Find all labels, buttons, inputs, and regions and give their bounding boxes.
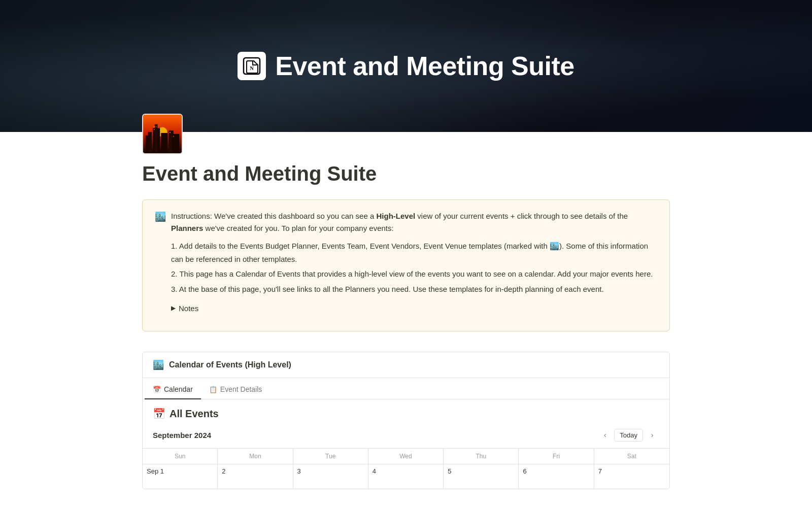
calendar-section: 🏙️ Calendar of Events (High Level) 📅 Cal… (142, 352, 670, 489)
calendar-header-bar: 🏙️ Calendar of Events (High Level) (143, 352, 669, 378)
callout-intro: Instructions: We've created this dashboa… (171, 212, 376, 220)
event-details-tab-icon: 📋 (209, 386, 217, 393)
callout-bold-highlevel: High-Level (376, 212, 415, 220)
callout-bold-planners: Planners (171, 224, 203, 232)
notes-toggle[interactable]: ▶ Notes (171, 302, 657, 315)
all-events-label: All Events (170, 408, 219, 420)
all-events-header: 📅 All Events (143, 399, 669, 424)
svg-text:N: N (250, 65, 254, 71)
hero-title: Event and Meeting Suite (275, 51, 574, 81)
weekday-tue: Tue (293, 449, 368, 464)
chevron-right-icon: ▶ (171, 303, 176, 313)
callout-list: 1. Add details to the Events Budget Plan… (171, 240, 657, 295)
hero-title-container: N Event and Meeting Suite (238, 51, 574, 81)
cal-day-sep6[interactable]: 6 (519, 464, 594, 489)
month-nav-controls: ‹ Today › (598, 428, 659, 442)
notes-label: Notes (179, 302, 198, 315)
tabs-row: 📅 Calendar 📋 Event Details (143, 380, 669, 399)
cal-day-sep2[interactable]: 2 (218, 464, 293, 489)
calendar-tab-icon: 📅 (153, 386, 161, 393)
page-title: Event and Meeting Suite (142, 162, 670, 185)
svg-rect-13 (154, 129, 155, 130)
svg-rect-15 (173, 136, 174, 137)
callout-list-item: 1. Add details to the Events Budget Plan… (171, 240, 657, 265)
cal-day-sep1[interactable]: Sep 1 (143, 464, 218, 489)
callout-list-item: 3. At the base of this page, you'll see … (171, 283, 657, 296)
all-events-emoji: 📅 (153, 408, 165, 420)
weekday-fri: Fri (519, 449, 594, 464)
cal-day-sep3[interactable]: 3 (293, 464, 368, 489)
page-icon (142, 114, 183, 154)
callout-header: 🏙️ Instructions: We've created this dash… (155, 210, 657, 315)
svg-rect-14 (170, 132, 171, 133)
weekdays-row: Sun Mon Tue Wed Thu Fri Sat (143, 449, 669, 464)
instructions-callout: 🏙️ Instructions: We've created this dash… (142, 199, 670, 331)
cal-day-sep4[interactable]: 4 (368, 464, 444, 489)
weekday-thu: Thu (444, 449, 519, 464)
tab-event-details[interactable]: 📋 Event Details (201, 380, 270, 399)
weekday-sat: Sat (594, 449, 669, 464)
tab-calendar[interactable]: 📅 Calendar (145, 380, 201, 399)
svg-rect-12 (156, 126, 157, 127)
month-label: September 2024 (153, 431, 211, 440)
calendar-header-title: Calendar of Events (High Level) (169, 360, 291, 369)
prev-month-button[interactable]: ‹ (598, 428, 612, 442)
next-month-button[interactable]: › (645, 428, 659, 442)
weekday-mon: Mon (218, 449, 293, 464)
svg-rect-11 (154, 126, 155, 127)
callout-mid2: we've created for you. To plan for your … (203, 224, 393, 232)
today-button[interactable]: Today (614, 429, 643, 442)
callout-mid1: view of your current events + click thro… (415, 212, 628, 220)
weekday-wed: Wed (368, 449, 444, 464)
hero-banner: N Event and Meeting Suite (0, 0, 812, 132)
svg-rect-7 (155, 124, 158, 152)
weekday-sun: Sun (143, 449, 218, 464)
callout-emoji: 🏙️ (155, 211, 166, 222)
month-nav: September 2024 ‹ Today › (143, 424, 669, 448)
svg-rect-5 (148, 132, 152, 152)
notion-icon: N (238, 52, 266, 80)
calendar-header-emoji: 🏙️ (153, 359, 164, 370)
calendar-view: 📅 All Events September 2024 ‹ Today › Su… (143, 399, 669, 489)
callout-text: Instructions: We've created this dashboa… (171, 210, 657, 315)
calendar-grid: Sun Mon Tue Wed Thu Fri Sat Sep 1 2 (143, 448, 669, 489)
tab-calendar-label: Calendar (164, 385, 193, 393)
svg-rect-8 (161, 133, 167, 152)
tab-event-details-label: Event Details (220, 385, 262, 393)
calendar-days-row: Sep 1 2 3 4 5 6 (143, 464, 669, 489)
callout-list-item: 2. This page has a Calendar of Events th… (171, 267, 657, 281)
cal-day-sep7[interactable]: 7 (594, 464, 669, 489)
cal-day-sep5[interactable]: 5 (444, 464, 519, 489)
page-content: Event and Meeting Suite 🏙️ Instructions:… (101, 114, 710, 507)
